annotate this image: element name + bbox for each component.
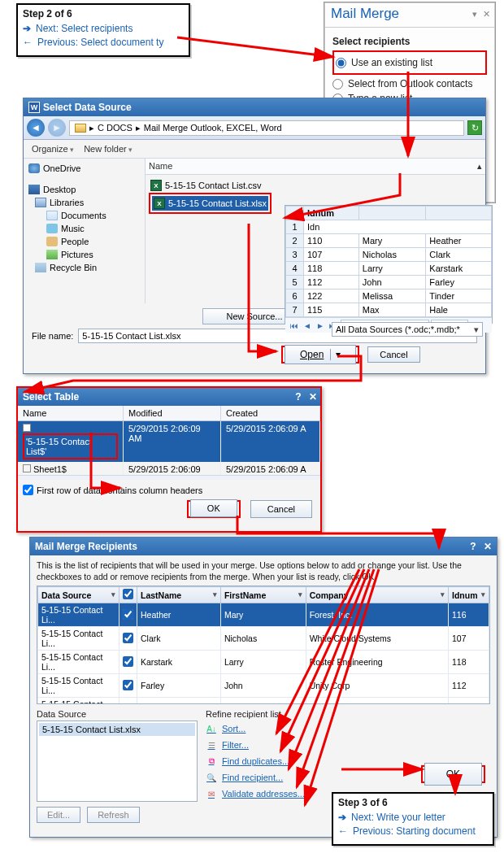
col-company[interactable]: Company▾ [306,587,448,603]
folder-tree: OneDrive Desktop Libraries Documents Mus… [24,159,146,303]
sheet-nav-first[interactable]: ⏮ [289,321,300,330]
next-arrow-icon: ➔ [23,23,31,34]
step2-prev-label: Previous: Select document ty [37,37,163,48]
tree-desktop[interactable]: Desktop [25,183,143,196]
col-check[interactable] [119,587,137,603]
select-table-title: Select Table [23,391,79,403]
select-recipients-heading: Select recipients [332,36,487,47]
st-help-icon[interactable]: ? [295,391,301,403]
step3-panel: Step 3 of 6 ➔ Next: Write your letter ← … [332,792,494,846]
tree-music[interactable]: Music [25,222,143,235]
prev-arrow-icon: ← [338,825,348,837]
refresh-icon[interactable]: ↻ [467,120,482,135]
tree-onedrive[interactable]: OneDrive [25,162,143,175]
datasource-list[interactable]: 5-15-15 Contact List.xlsx [37,721,198,802]
ds-edit-button: Edit... [37,807,80,823]
desktop-icon [28,185,40,194]
file-xlsx[interactable]: X 5-15-15 Contact List.xlsx [152,196,268,211]
newfolder-button[interactable]: New folder [84,144,133,154]
recipients-title: Mail Merge Recipients [35,541,137,552]
filter-icon: ☰ [206,739,217,751]
col-datasource[interactable]: Data Source▾ [38,587,119,603]
file-csv[interactable]: X 5-15-15 Contact List.csv [149,178,482,193]
col-firstname[interactable]: FirstName▾ [220,587,306,603]
sheet-nav-prev[interactable]: ◄ [302,321,313,330]
opt-outlook[interactable]: Select from Outlook contacts [332,78,487,89]
tree-documents[interactable]: Documents [25,209,143,222]
organize-menu[interactable]: Organize [32,144,74,154]
sort-icon: A↓ [206,723,217,734]
first-row-headers-checkbox[interactable]: First row of data contains column header… [18,480,320,500]
table-row[interactable]: 5-15-15 Contact Li...TinderMelissaTeak D… [38,698,489,705]
pictures-icon [46,250,58,259]
st-ok-button[interactable]: OK [190,499,237,517]
nav-fwd-icon: ► [48,119,66,137]
refine-label: Refine recipient list [206,709,490,719]
step2-panel: Step 2 of 6 ➔ Next: Select recipients ← … [16,3,190,57]
st-row-1[interactable]: Sheet1$ 5/29/2015 2:06:09 AM 5/29/2015 2… [18,462,320,475]
spreadsheet-preview: Idnum 1Idn 2110MaryHeather 3107NicholasC… [285,205,493,324]
tree-people[interactable]: People [25,235,143,248]
recipients-grid: Data Source▾ LastName▾ FirstName▾ Compan… [37,586,490,704]
open-button[interactable]: Open▾ [285,345,356,364]
table-row[interactable]: 5-15-15 Contact Li...HeatherMaryForest, … [38,603,489,627]
opt-existing-list[interactable]: Use an existing list [336,57,484,68]
datasource-label: Data Source [37,709,198,719]
st-col-name[interactable]: Name [18,406,124,420]
rcp-help-icon[interactable]: ? [470,541,476,552]
col-idnum[interactable]: Idnum▾ [449,587,489,603]
sds-title: Select Data Source [43,102,132,113]
onedrive-icon [28,163,40,173]
people-icon [46,237,58,246]
filter-link[interactable]: ☰Filter... [206,737,490,753]
nav-back-icon[interactable]: ◄ [27,119,45,137]
step2-prev[interactable]: ← Previous: Select document ty [23,37,184,48]
libraries-icon [35,198,46,207]
step3-next[interactable]: ➔ Next: Write your letter [338,812,488,823]
next-arrow-icon: ➔ [338,812,346,823]
music-icon [46,224,58,233]
col-lastname[interactable]: LastName▾ [137,587,221,603]
st-close-icon[interactable]: ✕ [309,391,317,403]
st-col-modified[interactable]: Modified [124,406,221,420]
taskpane-title: Mail Merge [331,6,399,22]
table-row[interactable]: 5-15-15 Contact Li...FarleyJohnUnity Cor… [38,674,489,698]
filename-label: File name: [32,331,73,341]
breadcrumb[interactable]: ▸ C DOCS ▸ Mail Merge Outlook, EXCEL, Wo… [69,120,464,136]
select-table-dialog: Select Table ? ✕ Name Modified Created '… [16,386,322,533]
sds-titlebar: W Select Data Source [24,98,485,116]
step3-prev[interactable]: ← Previous: Starting document [338,825,488,837]
table-icon [23,424,31,432]
folder-icon [75,124,86,133]
tree-libraries[interactable]: Libraries [25,196,143,209]
opt-existing-radio[interactable] [336,58,346,68]
ds-refresh-button[interactable]: Refresh [87,807,140,823]
rcp-close-icon[interactable]: ✕ [484,541,492,552]
recipients-desc: This is the list of recipients that will… [30,555,497,586]
sort-link[interactable]: A↓Sort... [206,721,490,737]
datasource-item[interactable]: 5-15-15 Contact List.xlsx [39,723,195,736]
excel-icon: X [150,180,162,191]
excel-icon: X [154,198,165,209]
sheet-nav-next[interactable]: ► [315,321,326,330]
sds-cancel-button[interactable]: Cancel [367,346,419,363]
tree-recyclebin[interactable]: Recycle Bin [25,261,143,274]
opt-outlook-radio[interactable] [332,79,343,89]
st-col-created[interactable]: Created [221,406,320,420]
step2-next[interactable]: ➔ Next: Select recipients [23,23,184,34]
st-row-0[interactable]: '5-15-15 Contact List$' 5/29/2015 2:06:0… [18,421,320,462]
taskpane-close-icon[interactable]: ✕ [483,9,490,19]
duplicates-icon: ⧉ [206,755,217,767]
step2-next-label: Next: Select recipients [36,23,133,34]
file-type-filter[interactable]: All Data Sources (*.odc;*.mdb;* [332,322,483,337]
tree-pictures[interactable]: Pictures [25,248,143,261]
taskpane-dropdown-icon[interactable]: ▾ [472,9,477,19]
recycle-icon [35,263,46,272]
filelist-name-col[interactable]: Name [149,161,172,172]
recipients-ok-button[interactable]: OK [424,763,482,786]
st-cancel-button[interactable]: Cancel [250,500,312,518]
table-row[interactable]: 5-15-15 Contact Li...ClarkNicholasWhite … [38,627,489,651]
prev-arrow-icon: ← [23,37,33,48]
table-row[interactable]: 5-15-15 Contact Li...KarstarkLarryRoster… [38,651,489,674]
step3-title: Step 3 of 6 [338,797,488,808]
